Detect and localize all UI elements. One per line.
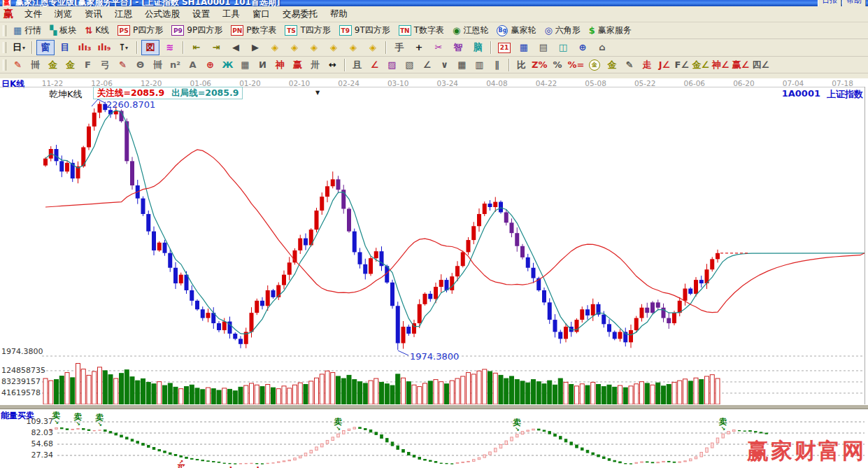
expand-all-button[interactable]: ◈ — [364, 40, 382, 55]
menu-help[interactable]: 帮助 — [324, 7, 354, 20]
market-quotes-button[interactable]: ▦行情 — [9, 23, 45, 38]
compress-all-button[interactable]: ◈ — [344, 40, 362, 55]
hand-drag-button[interactable]: 手 — [390, 40, 408, 55]
gold-grid-b-button[interactable]: 金 — [62, 57, 78, 72]
ai-analysis-button[interactable]: 脑 — [469, 40, 487, 55]
brush-tool-button[interactable]: ✎ — [10, 57, 26, 72]
menu-formula-stock-pick[interactable]: 公式选股 — [138, 7, 186, 20]
crosshair-button[interactable]: + — [410, 40, 428, 55]
winner-service-button[interactable]: $赢家服务 — [585, 23, 636, 38]
cycle-9-button[interactable]: ılı₉ — [95, 40, 113, 55]
spiral-tool-button[interactable]: 弓 — [97, 57, 113, 72]
dark-grid-button[interactable]: ▦ — [454, 57, 470, 72]
shen-grid-button[interactable]: 神 — [272, 57, 288, 72]
menu-file[interactable]: 文件 — [18, 7, 48, 20]
pan-right-button[interactable]: ◈ — [285, 40, 304, 55]
trend-walk-button[interactable]: 走 — [639, 57, 655, 72]
fibonacci-grid-button[interactable]: F — [80, 57, 96, 72]
toolbar-grip[interactable] — [3, 42, 6, 53]
last-page-button[interactable]: ⇥ — [207, 40, 225, 55]
red-fan-button[interactable]: ∠ — [367, 57, 383, 72]
chart-canvas[interactable] — [0, 78, 868, 468]
panel-splitter[interactable] — [0, 404, 868, 409]
menu-window[interactable]: 窗口 — [246, 7, 276, 20]
toolbar-grip[interactable] — [3, 25, 6, 36]
t9-square-button[interactable]: T99T四方形 — [335, 23, 394, 38]
column-grid-button[interactable]: 且 — [349, 57, 365, 72]
remote-service-button[interactable]: ⌂ — [593, 40, 611, 55]
width-measure-button[interactable]: ↔ — [325, 57, 341, 72]
parallel-lines-button[interactable]: ∥ — [489, 57, 505, 72]
grid-ruler-button[interactable]: 卌 — [27, 57, 43, 72]
notes-button[interactable]: ▤ — [534, 40, 553, 55]
f-angle-button[interactable]: F∠ — [674, 57, 690, 72]
info-list-button[interactable]: 目 — [56, 40, 74, 55]
percent-z-button[interactable]: Z% — [531, 57, 548, 72]
four-angle-button[interactable]: 四∠ — [751, 57, 770, 72]
win-angle-button[interactable]: 赢∠ — [732, 57, 750, 72]
p-square-button[interactable]: PSP四方形 — [113, 23, 167, 38]
p-number-table-button[interactable]: PNP数字表 — [227, 23, 280, 38]
web-data-button[interactable]: ⊕ — [574, 40, 592, 55]
dark-grid2-button[interactable]: ▥ — [471, 57, 488, 72]
gold-angle-button[interactable]: 金∠ — [691, 57, 710, 72]
smart-analysis-button[interactable]: 智 — [449, 40, 467, 55]
hexagon-button[interactable]: ◎六角形 — [540, 23, 584, 38]
menu-trade-order[interactable]: 交易委托 — [276, 7, 324, 20]
gann-kline-button[interactable]: 図 — [141, 40, 159, 55]
menu-tools[interactable]: 工具 — [216, 7, 246, 20]
winner-wheel-button[interactable]: Bg赢家轮 — [492, 23, 540, 38]
angle-a-button[interactable]: A — [185, 57, 201, 72]
gold-circle-button[interactable]: 金 — [586, 57, 602, 72]
t-number-table-button[interactable]: TNT数字表 — [394, 23, 448, 38]
gann-box-button[interactable]: ▦ — [237, 57, 253, 72]
scroll-right-button[interactable]: ▶ — [246, 40, 264, 55]
sector-blocks-button[interactable]: ▚板块 — [45, 23, 80, 38]
zoom-in-h-button[interactable]: ◈ — [325, 40, 343, 55]
gann-wheel-button[interactable]: ◉江恩轮 — [448, 23, 492, 38]
shen-angle-button[interactable]: 神∠ — [711, 57, 730, 72]
pan-left-button[interactable]: ◈ — [266, 40, 284, 55]
zigzag-button[interactable]: ∨ — [436, 57, 453, 72]
shaded-box2-button[interactable]: ▧ — [401, 57, 418, 72]
indicator-name-label[interactable]: 乾坤K线 — [49, 88, 83, 101]
grid-ruler2-button[interactable]: 卌 — [150, 57, 166, 72]
zoom-out-h-button[interactable]: ◈ — [305, 40, 323, 55]
scroll-left-button[interactable]: ◀ — [227, 40, 245, 55]
n-square-button[interactable]: n² — [167, 57, 183, 72]
percent-line-button[interactable]: %= — [567, 57, 585, 72]
window-layout-button[interactable]: 窗 — [36, 40, 55, 55]
shaded-box-button[interactable]: ▨ — [384, 57, 400, 72]
toolbar-grip[interactable] — [3, 59, 6, 71]
save-button[interactable]: ◫ — [554, 40, 572, 55]
time-cycle-button[interactable]: Θ — [132, 57, 148, 72]
gold-level-button[interactable]: 金 — [604, 57, 620, 72]
number-ruler-button[interactable]: 卅 — [307, 57, 323, 72]
indicator-dropdown-icon[interactable]: ▼ — [315, 90, 320, 96]
help-top-button[interactable]: 帮助 — [842, 0, 866, 6]
daily-report-button[interactable]: 日报 — [818, 0, 841, 6]
percent-button[interactable]: % — [549, 57, 565, 72]
period-day-dropdown[interactable]: 日▾ — [10, 40, 28, 55]
p9-square-button[interactable]: P99P四方形 — [167, 23, 227, 38]
menu-gann[interactable]: 江恩 — [108, 7, 138, 20]
compare-bars-button[interactable]: 比 — [513, 57, 529, 72]
color-chart-button[interactable]: ≋ — [161, 40, 179, 55]
candle-style-dropdown[interactable]: ⊺▾ — [115, 40, 133, 55]
cycle-3-button[interactable]: ılı₃ — [76, 40, 94, 55]
ink-pen-button[interactable]: ✎ — [621, 57, 637, 72]
menu-browse[interactable]: 浏览 — [48, 7, 78, 20]
first-page-button[interactable]: ⇤ — [187, 40, 206, 55]
wave-tool-button[interactable]: И — [255, 57, 271, 72]
pencil-angle-button[interactable]: ∠ — [419, 57, 435, 72]
red-pen-tool-button[interactable]: ✎ — [115, 57, 131, 72]
measure-button[interactable]: ✂ — [429, 40, 448, 55]
menu-settings[interactable]: 设置 — [186, 7, 216, 20]
menu-news[interactable]: 资讯 — [78, 7, 108, 20]
win-grid-button[interactable]: 赢 — [290, 57, 306, 72]
gann-fan-star-button[interactable]: Ж — [220, 57, 236, 72]
kline-chart-button[interactable]: ⇅K线 — [80, 23, 113, 38]
t-square-button[interactable]: TST四方形 — [280, 23, 334, 38]
j-angle-button[interactable]: J∠ — [656, 57, 672, 72]
calendar-button[interactable]: 21 — [495, 40, 513, 55]
